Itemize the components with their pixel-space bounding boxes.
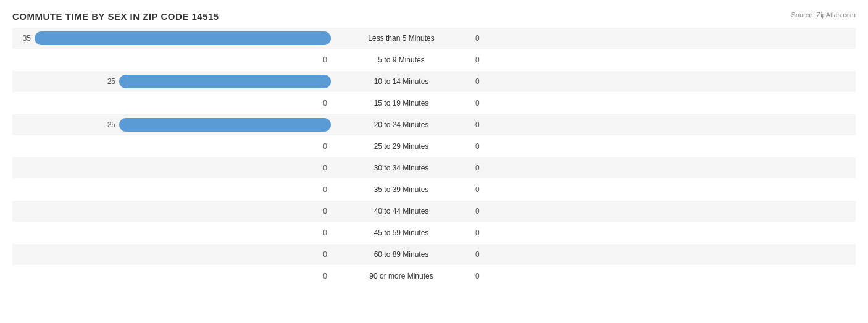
male-value: 0 (315, 56, 327, 64)
male-value: 0 (315, 99, 327, 107)
right-bar-container: 0 (469, 28, 790, 49)
chart-row: 0 25 to 29 Minutes 0 (12, 136, 856, 157)
row-label: 25 to 29 Minutes (333, 142, 469, 151)
left-bar-container: 0 (12, 222, 333, 243)
row-label: 90 or more Minutes (333, 272, 469, 280)
row-label: 10 to 14 Minutes (333, 77, 469, 86)
chart-row: 25 20 to 24 Minutes 0 (12, 114, 856, 135)
left-bar-container: 0 (12, 49, 333, 70)
row-label: 30 to 34 Minutes (333, 164, 469, 172)
male-value: 0 (315, 185, 327, 194)
right-bar-container: 0 (469, 244, 790, 265)
left-bar-container: 25 (12, 71, 333, 92)
female-value: 0 (475, 272, 488, 280)
right-bar-container: 0 (469, 157, 790, 178)
chart-row: 0 5 to 9 Minutes 0 (12, 49, 856, 70)
left-bar-container: 0 (12, 201, 333, 222)
female-value: 0 (475, 164, 488, 172)
chart-row: 0 15 to 19 Minutes 0 (12, 93, 856, 114)
male-value: 0 (315, 250, 327, 259)
chart-row: 0 45 to 59 Minutes 0 (12, 222, 856, 243)
female-value: 0 (475, 56, 488, 64)
row-label: 15 to 19 Minutes (333, 99, 469, 107)
right-bar-container: 0 (469, 179, 790, 200)
male-value: 25 (103, 120, 115, 129)
left-bar-container: 35 (12, 28, 333, 49)
male-bar (119, 75, 331, 88)
right-bar-container: 0 (469, 93, 790, 114)
chart-row: 0 90 or more Minutes 0 (12, 266, 856, 287)
female-value: 0 (475, 250, 488, 259)
right-bar-container: 0 (469, 201, 790, 222)
right-bar-container: 0 (469, 71, 790, 92)
chart-row: 0 60 to 89 Minutes 0 (12, 244, 856, 265)
female-value: 0 (475, 185, 488, 194)
male-value: 25 (103, 77, 115, 86)
row-label: Less than 5 Minutes (333, 34, 469, 43)
male-bar (119, 118, 331, 132)
male-bar (35, 31, 331, 45)
right-bar-container: 0 (469, 136, 790, 157)
female-value: 0 (475, 77, 488, 86)
left-bar-container: 0 (12, 157, 333, 178)
female-value: 0 (475, 229, 488, 237)
row-label: 20 to 24 Minutes (333, 120, 469, 129)
chart-title: COMMUTE TIME BY SEX IN ZIP CODE 14515 (12, 11, 856, 22)
male-value: 35 (19, 34, 31, 43)
male-value: 0 (315, 229, 327, 237)
male-value: 0 (315, 207, 327, 216)
female-value: 0 (475, 99, 488, 107)
source-label: Source: ZipAtlas.com (791, 11, 856, 19)
male-value: 0 (315, 142, 327, 151)
left-bar-container: 0 (12, 179, 333, 200)
left-bar-container: 0 (12, 244, 333, 265)
chart-row: 0 30 to 34 Minutes 0 (12, 157, 856, 178)
right-bar-container: 0 (469, 49, 790, 70)
female-value: 0 (475, 34, 488, 43)
row-label: 45 to 59 Minutes (333, 229, 469, 237)
row-label: 35 to 39 Minutes (333, 185, 469, 194)
row-label: 60 to 89 Minutes (333, 250, 469, 259)
chart-row: 35 Less than 5 Minutes 0 (12, 28, 856, 49)
left-bar-container: 0 (12, 93, 333, 114)
right-bar-container: 0 (469, 114, 790, 135)
female-value: 0 (475, 207, 488, 216)
left-bar-container: 0 (12, 266, 333, 287)
chart-row: 0 40 to 44 Minutes 0 (12, 201, 856, 222)
female-value: 0 (475, 142, 488, 151)
left-bar-container: 25 (12, 114, 333, 135)
male-value: 0 (315, 164, 327, 172)
chart-row: 0 35 to 39 Minutes 0 (12, 179, 856, 200)
chart-area: 35 Less than 5 Minutes 0 0 5 to 9 Minute… (12, 28, 856, 272)
chart-container: COMMUTE TIME BY SEX IN ZIP CODE 14515 So… (0, 0, 868, 323)
left-bar-container: 0 (12, 136, 333, 157)
right-bar-container: 0 (469, 222, 790, 243)
right-bar-container: 0 (469, 266, 790, 287)
row-label: 5 to 9 Minutes (333, 56, 469, 64)
row-label: 40 to 44 Minutes (333, 207, 469, 216)
female-value: 0 (475, 120, 488, 129)
chart-row: 25 10 to 14 Minutes 0 (12, 71, 856, 92)
male-value: 0 (315, 272, 327, 280)
